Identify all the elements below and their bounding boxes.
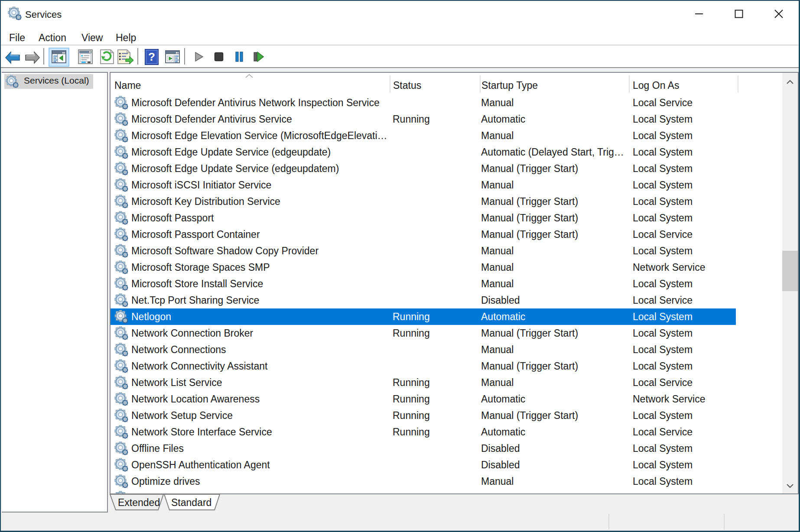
svg-text:?: ? bbox=[148, 50, 155, 63]
